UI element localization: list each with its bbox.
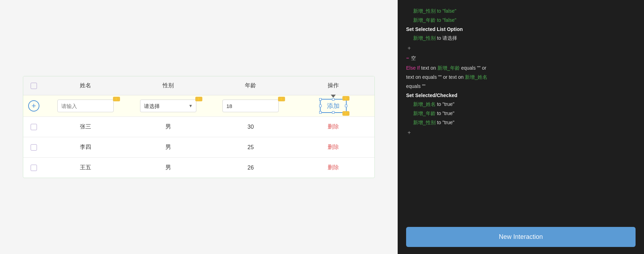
add-row-button[interactable]: + [28,100,39,112]
log-condition-text: text on [406,74,422,80]
log-condition-text: equals "" [406,83,425,89]
log-condition-text: equals "" or [461,65,486,71]
log-var: 新增_性别 [413,120,436,125]
header-age: 年龄 [209,76,292,95]
table-container: 姓名 性别 年龄 操作 + ⚡ ⚡ 请选择 男 女 [23,76,375,178]
name-input[interactable] [57,100,114,112]
log-text: to "true" [437,110,455,116]
action-lightning-top-right: ⚡ [342,96,349,101]
log-item: text on equals "" or text on 新增_姓名 [406,73,636,82]
table-row: 王五 男 26 删除 [23,158,374,178]
log-plus-icon: + [406,45,411,51]
log-item: 新增_年龄 to "false" [406,16,636,25]
row-checkbox[interactable] [31,165,37,171]
handle-ml [319,105,322,107]
log-var: 新增_姓名 [465,74,487,80]
row-age: 26 [209,163,292,172]
log-item: equals "" [406,82,636,91]
log-minus-icon: − [406,54,411,63]
new-interaction-button[interactable]: New Interaction [406,227,636,247]
table-row: 李四 男 25 删除 [23,137,374,158]
log-item: 新增_性别 to "true" [406,119,636,127]
table-header: 姓名 性别 年龄 操作 [23,76,374,95]
log-text: to 请选择 [437,35,457,41]
add-button-wrapper: ⚡ ⚡ 添加 [320,99,347,113]
add-row: + ⚡ ⚡ 请选择 男 女 ▼ [23,95,374,117]
name-lightning-badge: ⚡ [113,97,120,101]
add-name-cell: ⚡ [44,100,127,112]
handle-bc [332,111,334,114]
interaction-log: 新增_性别 to "false" 新增_年龄 to "false" Set Se… [406,7,636,220]
row-checkbox-cell [23,122,44,132]
row-name: 王五 [44,163,127,173]
log-var: 新增_姓名 [413,101,436,107]
log-item: 新增_性别 to 请选择 [406,34,636,43]
row-name: 李四 [44,142,127,152]
log-text: to "true" [437,120,455,125]
add-gender-cell: ⚡ 请选择 男 女 ▼ [127,100,210,112]
log-condition-text: equals "" or text on [422,74,465,80]
action-lightning-bottom-right: ⚡ [342,111,349,116]
log-var: 新增_年龄 [413,110,436,116]
handle-tc [332,98,334,101]
row-checkbox-cell [23,143,44,152]
gender-select-wrapper: 请选择 男 女 ▼ [140,100,196,112]
log-plus-icon: + [406,129,411,135]
log-item: + [406,128,636,137]
log-item: + [406,43,636,53]
log-text: 新增_性别 to "false" [406,8,456,14]
log-section-title: Set Selected List Option [406,26,463,32]
age-lightning-badge: ⚡ [278,97,285,101]
right-panel: 新增_性别 to "false" 新增_年龄 to "false" Set Se… [398,0,644,254]
log-var: 新增_年龄 [437,65,460,71]
log-section-title: Set Selected/Checked [406,93,457,98]
header-name: 姓名 [44,76,127,95]
row-checkbox-cell [23,163,44,172]
add-row-plus-cell: + [23,100,44,112]
row-age: 30 [209,122,292,132]
add-action-button[interactable]: 添加 [327,102,340,109]
row-checkbox[interactable] [31,124,37,130]
select-all-checkbox[interactable] [31,83,37,89]
row-age: 25 [209,143,292,152]
handle-bl [319,111,322,114]
log-empty-label: 空 [411,54,416,63]
row-gender: 男 [127,142,210,152]
gender-lightning-badge: ⚡ [195,97,202,101]
header-action: 操作 [292,76,375,95]
log-condition-text: text on [421,65,437,71]
left-panel: 姓名 性别 年龄 操作 + ⚡ ⚡ 请选择 男 女 [0,0,398,254]
log-text: 新增_性别 [413,35,436,41]
row-delete-button[interactable]: 删除 [292,142,375,152]
header-gender: 性别 [127,76,210,95]
log-item: 新增_性别 to "false" [406,7,636,15]
handle-tl [319,98,322,101]
log-text: to "true" [437,101,455,107]
log-item: 新增_年龄 to "true" [406,109,636,118]
handle-mr [345,105,347,107]
log-else-if: Else If [406,65,420,71]
row-delete-button[interactable]: 删除 [292,122,375,132]
row-name: 张三 [44,122,127,132]
log-item: 新增_姓名 to "true" [406,100,636,109]
table-row: 张三 男 30 删除 [23,117,374,137]
row-checkbox[interactable] [31,144,37,151]
log-item: Set Selected/Checked [406,91,636,100]
triangle-marker-icon [331,95,336,98]
log-item: Set Selected List Option [406,25,636,34]
add-age-cell: ⚡ [209,100,292,112]
log-item: Else If text on 新增_年龄 equals "" or [406,64,636,72]
row-gender: 男 [127,163,210,173]
header-checkbox-cell [23,76,44,95]
log-text: 新增_年龄 to "false" [406,17,456,23]
gender-select[interactable]: 请选择 男 女 [140,100,196,112]
row-delete-button[interactable]: 删除 [292,163,375,173]
add-action-cell: ⚡ ⚡ 添加 [292,99,375,113]
row-gender: 男 [127,122,210,132]
age-input[interactable] [222,100,279,112]
log-item: − 空 [406,54,636,63]
